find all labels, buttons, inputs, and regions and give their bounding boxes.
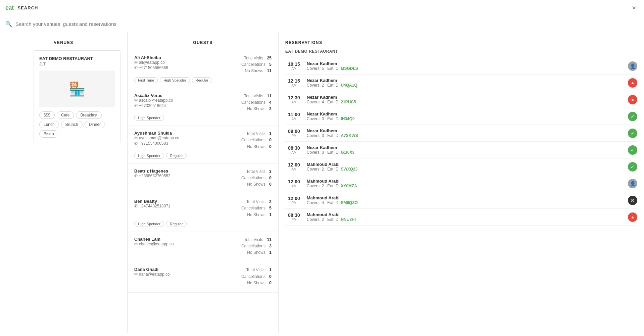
reservation-eat-id-label: Eat ID: — [327, 116, 340, 121]
guest-stats: Total Visits 1 Cancellations 0 No Shows … — [241, 267, 271, 286]
reservation-item[interactable]: 12:00 PM Mahmoud Arabi Covers: 4 Eat ID:… — [285, 192, 637, 209]
reservation-details: Mahmoud Arabi Covers: 2 Eat ID: NNU3HI — [307, 212, 624, 222]
guest-stats: Total Visits 3 Cancellations 0 No Shows … — [241, 169, 271, 188]
reservation-name: Nezar Kadhem — [307, 145, 624, 150]
reservation-eat-id-label: Eat ID: — [327, 83, 340, 88]
reservation-item[interactable]: 09:00 PM Nezar Kadhem Covers: 3 Eat ID: … — [285, 125, 637, 142]
reservation-time-ampm: PM — [285, 134, 303, 138]
guest-header: Ayushman Shukla ✉ ayushman@eatapp.co ✆ +… — [134, 131, 271, 150]
reservation-details: Nezar Kadhem Covers: 4 Eat ID: 21PUC5 — [307, 95, 624, 104]
guest-item[interactable]: Charles Lam ✉ charles@eatapp.co Total Vi… — [128, 232, 278, 262]
search-input[interactable] — [15, 21, 639, 27]
venues-section-title: VENUES — [7, 40, 120, 45]
guest-email: ✉ dana@eatapp.co — [134, 272, 170, 277]
reservation-item[interactable]: 11:00 AM Nezar Kadhem Covers: 3 Eat ID: … — [285, 108, 637, 125]
reservation-eat-id-label: Eat ID: — [327, 167, 340, 172]
reservation-eat-id-label: Eat ID: — [327, 184, 340, 188]
reservation-name: Nezar Kadhem — [307, 95, 624, 100]
guest-tags: High SpenderRegular — [134, 221, 271, 227]
reservation-time-value: 12:30 — [285, 95, 303, 100]
reservation-eat-id-label: Eat ID: — [327, 150, 340, 155]
reservation-name: Mahmoud Arabi — [307, 195, 624, 200]
guest-list: Ali Al-Sheiba ✉ ali@eatapp.co ✆ +9715056… — [128, 50, 278, 293]
guest-item[interactable]: Ben Beatty ✆ +2474482518071 Total Visits… — [128, 194, 278, 232]
guest-item[interactable]: Ascalix Veras ✉ ascalix@eatapp.co ✆ +973… — [128, 88, 278, 126]
reservation-time-value: 10:15 — [285, 61, 303, 67]
reservation-name: Mahmoud Arabi — [307, 212, 624, 217]
reservations-venue-title: EAT DEMO RESTAURANT — [285, 49, 637, 54]
guest-item[interactable]: Beatriz Hagenes ✆ +2358632769552 Total V… — [128, 164, 278, 194]
reservation-time-ampm: PM — [285, 201, 303, 205]
guest-tag: High Spender — [134, 221, 164, 227]
reservation-eat-id: SM6QZO — [341, 200, 358, 205]
reservation-status-icon: ✓ — [628, 145, 637, 155]
reservation-status-icon: ● — [628, 212, 637, 222]
reservation-covers-label: Covers: — [307, 100, 320, 104]
reservation-name: Nezar Kadhem — [307, 61, 624, 66]
venue-tag: Lunch — [39, 121, 59, 128]
reservation-item[interactable]: 10:15 AM Nezar Kadhem Covers: 5 Eat ID: … — [285, 58, 637, 75]
reservation-covers: Covers: 4 Eat ID: 21PUC5 — [307, 100, 624, 104]
guest-stats: Total Visits 25 Cancellations 5 No Shows… — [241, 55, 271, 75]
reservation-name: Mahmoud Arabi — [307, 179, 624, 184]
venue-tag: Dinner — [85, 121, 105, 128]
phone-icon: ✆ — [134, 204, 138, 208]
reservation-eat-id: 21PUC5 — [341, 100, 356, 104]
guest-tag: Regular — [192, 77, 212, 83]
reservation-time-ampm: PM — [285, 218, 303, 222]
guest-tags: High SpenderRegular — [134, 153, 271, 159]
store-icon: 🏪 — [69, 81, 86, 97]
reservation-item[interactable]: 12:30 AM Nezar Kadhem Covers: 4 Eat ID: … — [285, 91, 637, 108]
guest-tags: First TimeHigh SpenderRegular — [134, 77, 271, 83]
phone-icon: ✆ — [134, 141, 138, 146]
header-title: SEARCH — [18, 5, 38, 10]
reservation-status-icon: ✓ — [628, 129, 637, 138]
guest-phone: ✆ +2474482518071 — [134, 204, 170, 208]
reservation-eat-id-label: Eat ID: — [327, 217, 340, 222]
reservation-covers: Covers: 2 Eat ID: U4QA1Q — [307, 83, 624, 88]
guest-name: Ayushman Shukla — [134, 131, 179, 136]
guest-header: Ben Beatty ✆ +2474482518071 Total Visits… — [134, 199, 271, 218]
reservation-eat-id-label: Eat ID: — [327, 100, 340, 104]
venue-tag: $$$ — [39, 111, 55, 119]
reservation-covers: Covers: 4 Eat ID: SM6QZO — [307, 200, 624, 205]
reservation-item[interactable]: 08:30 AM Nezar Kadhem Covers: 3 Eat ID: … — [285, 142, 637, 158]
email-icon: ✉ — [134, 272, 138, 277]
reservation-time-value: 08:30 — [285, 145, 303, 151]
reservation-name: Mahmoud Arabi — [307, 162, 624, 167]
guest-email: ✉ ayushman@eatapp.co — [134, 136, 179, 140]
guest-item[interactable]: Ayushman Shukla ✉ ayushman@eatapp.co ✆ +… — [128, 126, 278, 164]
reservation-details: Nezar Kadhem Covers: 2 Eat ID: U4QA1Q — [307, 78, 624, 88]
guest-tag: First Time — [134, 77, 158, 83]
reservation-item[interactable]: 12:15 AM Nezar Kadhem Covers: 2 Eat ID: … — [285, 75, 637, 91]
venue-image: 🏪 — [39, 70, 115, 107]
reservation-time: 12:30 AM — [285, 95, 303, 104]
guest-name: Ascalix Veras — [134, 93, 173, 98]
reservations-section-title: RESERVATIONS — [285, 40, 637, 45]
guests-section-title: GUESTS — [128, 40, 278, 45]
reservation-eat-id: IH34Q0 — [341, 116, 354, 121]
reservation-covers: Covers: 2 Eat ID: XY0MZA — [307, 184, 624, 188]
reservation-time-value: 12:15 — [285, 78, 303, 84]
reservation-details: Mahmoud Arabi Covers: 4 Eat ID: SM6QZO — [307, 195, 624, 205]
reservation-item[interactable]: 12:00 AM Mahmoud Arabi Covers: 2 Eat ID:… — [285, 175, 637, 192]
reservation-eat-id: XY0MZA — [341, 184, 357, 188]
guest-item[interactable]: Dana Ghadi ✉ dana@eatapp.co Total Visits… — [128, 262, 278, 293]
reservation-item[interactable]: 08:30 PM Mahmoud Arabi Covers: 2 Eat ID:… — [285, 209, 637, 226]
venue-card[interactable]: EAT DEMO RESTAURANT JLT 🏪 $$$CafeBreakfa… — [34, 50, 120, 143]
reservation-eat-id: SWXQ2J — [341, 167, 357, 172]
reservation-item[interactable]: 12:00 AM Mahmoud Arabi Covers: 2 Eat ID:… — [285, 158, 637, 175]
venue-tags: $$$CafeBreakfastLunchBrunchDinnerBistro — [39, 111, 115, 138]
close-button[interactable]: × — [629, 3, 639, 13]
guest-name: Dana Ghadi — [134, 267, 170, 272]
reservation-time: 12:15 AM — [285, 78, 303, 87]
venues-section: VENUES EAT DEMO RESTAURANT JLT 🏪 $$$Cafe… — [0, 32, 128, 333]
reservations-section: RESERVATIONS EAT DEMO RESTAURANT 10:15 A… — [279, 32, 644, 333]
reservation-covers-label: Covers: — [307, 83, 320, 88]
venue-tag: Brunch — [61, 121, 83, 128]
guest-item[interactable]: Ali Al-Sheiba ✉ ali@eatapp.co ✆ +9715056… — [128, 50, 278, 88]
guest-stats: Total Visits 2 Cancellations 5 No Shows … — [241, 199, 271, 218]
guest-name: Beatriz Hagenes — [134, 169, 170, 174]
reservation-time: 08:30 PM — [285, 212, 303, 222]
guest-phone: ✆ +971554000583 — [134, 141, 179, 146]
